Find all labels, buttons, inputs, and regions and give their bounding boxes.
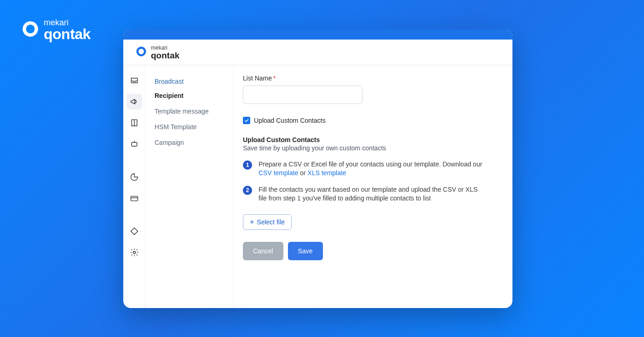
rail-bot[interactable] [126,136,142,152]
icon-rail [123,65,145,308]
app-header: mekari qontak [123,40,512,65]
brand-logo-outer: mekari qontak [21,18,91,41]
brand-text-bottom: qontak [44,27,91,41]
rail-billing[interactable] [126,190,142,206]
csv-template-link[interactable]: CSV template [259,169,298,177]
window-accent-bar [123,29,512,40]
qontak-logo-icon [135,46,147,59]
step-2-text: Fill the contacts you want based on our … [259,185,484,203]
subnav-recipient[interactable]: Recipient [145,88,233,103]
list-name-label: List Name * [243,74,500,82]
step-2: 2 Fill the contacts you want based on ou… [243,185,500,203]
megaphone-icon [130,97,139,106]
rail-tags[interactable] [126,223,142,239]
upload-section-subtitle: Save time by uploading your own custom c… [243,144,500,152]
upload-custom-checkbox-label: Upload Custom Contacts [254,117,326,124]
subnav-hsm-template[interactable]: HSM Template [145,119,233,135]
step-1: 1 Prepare a CSV or Excel file of your co… [243,160,500,178]
step-number-badge: 1 [243,160,252,170]
check-icon [244,118,249,123]
select-file-button[interactable]: + Select file [243,214,292,230]
book-icon [130,118,139,127]
svg-point-0 [26,25,35,34]
step-1-text: Prepare a CSV or Excel file of your cont… [259,160,484,178]
svg-rect-2 [132,142,137,146]
gear-icon [130,248,139,257]
card-icon [130,194,139,203]
rail-reports[interactable] [126,169,142,185]
subnav-header: Broadcast [145,74,233,88]
upload-section-title: Upload Custom Contacts [243,136,500,143]
svg-rect-3 [131,196,138,200]
chart-pie-icon [130,172,139,182]
step-number-badge: 2 [243,186,252,195]
save-button[interactable]: Save [288,242,323,260]
xls-template-link[interactable]: XLS template [308,169,346,177]
sub-nav: Broadcast Recipient Template message HSM… [145,65,234,308]
bot-icon [130,139,139,149]
main-content: List Name * Upload Custom Contacts Uploa… [234,65,512,308]
subnav-campaign[interactable]: Campaign [145,135,233,150]
svg-point-1 [138,49,144,54]
tag-icon [130,227,139,236]
cancel-button[interactable]: Cancel [243,242,283,260]
list-name-input[interactable] [243,86,362,104]
rail-contacts[interactable] [126,115,142,131]
rail-inbox[interactable] [126,73,142,88]
qontak-logo-icon [21,19,40,40]
subnav-template-message[interactable]: Template message [145,103,233,119]
plus-icon: + [250,218,254,226]
inbox-icon [130,76,139,85]
svg-point-4 [133,251,135,253]
app-brand-bottom: qontak [151,51,179,60]
upload-custom-checkbox[interactable] [243,117,250,124]
app-window: mekari qontak [123,29,512,308]
rail-settings[interactable] [126,245,142,260]
rail-broadcast[interactable] [126,94,142,109]
app-brand-top: mekari [151,45,179,51]
